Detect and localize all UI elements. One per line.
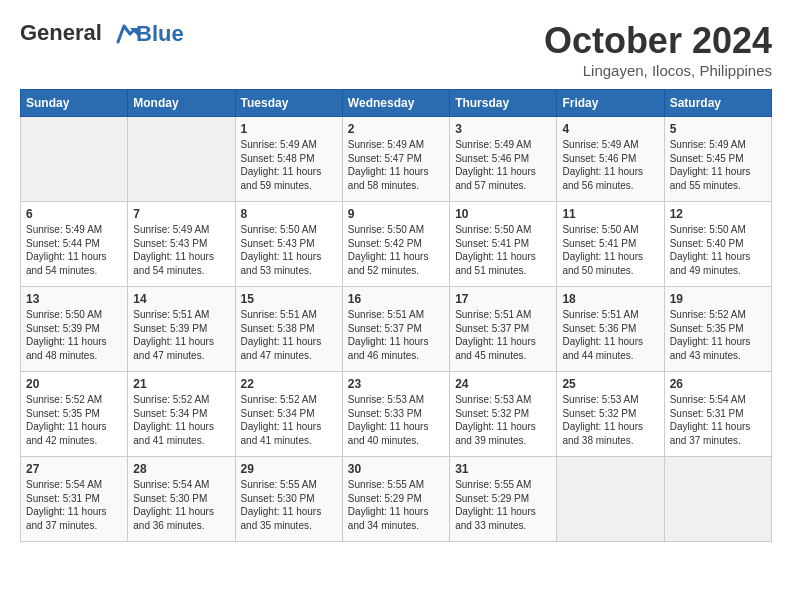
day-number: 1 (241, 122, 337, 136)
cell-content: Sunrise: 5:53 AMSunset: 5:33 PMDaylight:… (348, 393, 444, 447)
cell-content: Sunrise: 5:49 AMSunset: 5:46 PMDaylight:… (562, 138, 658, 192)
day-number: 23 (348, 377, 444, 391)
location-subtitle: Lingayen, Ilocos, Philippines (544, 62, 772, 79)
cell-content: Sunrise: 5:54 AMSunset: 5:30 PMDaylight:… (133, 478, 229, 532)
calendar-cell: 3Sunrise: 5:49 AMSunset: 5:46 PMDaylight… (450, 117, 557, 202)
calendar-cell: 7Sunrise: 5:49 AMSunset: 5:43 PMDaylight… (128, 202, 235, 287)
weekday-header: Monday (128, 90, 235, 117)
cell-content: Sunrise: 5:49 AMSunset: 5:45 PMDaylight:… (670, 138, 766, 192)
title-block: October 2024 Lingayen, Ilocos, Philippin… (544, 20, 772, 79)
cell-content: Sunrise: 5:50 AMSunset: 5:41 PMDaylight:… (562, 223, 658, 277)
month-year-title: October 2024 (544, 20, 772, 62)
cell-content: Sunrise: 5:51 AMSunset: 5:37 PMDaylight:… (455, 308, 551, 362)
page-header: General Blue October 2024 Lingayen, Iloc… (20, 20, 772, 79)
cell-content: Sunrise: 5:50 AMSunset: 5:43 PMDaylight:… (241, 223, 337, 277)
logo-blue: Blue (136, 22, 184, 46)
day-number: 30 (348, 462, 444, 476)
calendar-cell: 21Sunrise: 5:52 AMSunset: 5:34 PMDayligh… (128, 372, 235, 457)
day-number: 24 (455, 377, 551, 391)
day-number: 8 (241, 207, 337, 221)
calendar-cell: 27Sunrise: 5:54 AMSunset: 5:31 PMDayligh… (21, 457, 128, 542)
calendar-cell: 15Sunrise: 5:51 AMSunset: 5:38 PMDayligh… (235, 287, 342, 372)
calendar-cell: 8Sunrise: 5:50 AMSunset: 5:43 PMDaylight… (235, 202, 342, 287)
weekday-header: Wednesday (342, 90, 449, 117)
calendar-cell: 30Sunrise: 5:55 AMSunset: 5:29 PMDayligh… (342, 457, 449, 542)
day-number: 18 (562, 292, 658, 306)
calendar-cell: 2Sunrise: 5:49 AMSunset: 5:47 PMDaylight… (342, 117, 449, 202)
day-number: 14 (133, 292, 229, 306)
calendar-cell: 22Sunrise: 5:52 AMSunset: 5:34 PMDayligh… (235, 372, 342, 457)
cell-content: Sunrise: 5:51 AMSunset: 5:38 PMDaylight:… (241, 308, 337, 362)
calendar-cell: 24Sunrise: 5:53 AMSunset: 5:32 PMDayligh… (450, 372, 557, 457)
day-number: 31 (455, 462, 551, 476)
day-number: 19 (670, 292, 766, 306)
cell-content: Sunrise: 5:52 AMSunset: 5:35 PMDaylight:… (26, 393, 122, 447)
day-number: 11 (562, 207, 658, 221)
cell-content: Sunrise: 5:51 AMSunset: 5:39 PMDaylight:… (133, 308, 229, 362)
calendar-cell (128, 117, 235, 202)
weekday-header: Tuesday (235, 90, 342, 117)
calendar-header-row: SundayMondayTuesdayWednesdayThursdayFrid… (21, 90, 772, 117)
day-number: 27 (26, 462, 122, 476)
day-number: 16 (348, 292, 444, 306)
day-number: 6 (26, 207, 122, 221)
calendar-cell: 10Sunrise: 5:50 AMSunset: 5:41 PMDayligh… (450, 202, 557, 287)
day-number: 2 (348, 122, 444, 136)
cell-content: Sunrise: 5:52 AMSunset: 5:35 PMDaylight:… (670, 308, 766, 362)
day-number: 20 (26, 377, 122, 391)
day-number: 5 (670, 122, 766, 136)
day-number: 25 (562, 377, 658, 391)
weekday-header: Friday (557, 90, 664, 117)
day-number: 26 (670, 377, 766, 391)
cell-content: Sunrise: 5:49 AMSunset: 5:47 PMDaylight:… (348, 138, 444, 192)
calendar-week-row: 20Sunrise: 5:52 AMSunset: 5:35 PMDayligh… (21, 372, 772, 457)
cell-content: Sunrise: 5:52 AMSunset: 5:34 PMDaylight:… (133, 393, 229, 447)
calendar-cell: 23Sunrise: 5:53 AMSunset: 5:33 PMDayligh… (342, 372, 449, 457)
logo: General Blue (20, 20, 184, 48)
cell-content: Sunrise: 5:55 AMSunset: 5:30 PMDaylight:… (241, 478, 337, 532)
cell-content: Sunrise: 5:55 AMSunset: 5:29 PMDaylight:… (348, 478, 444, 532)
calendar-cell (664, 457, 771, 542)
cell-content: Sunrise: 5:53 AMSunset: 5:32 PMDaylight:… (455, 393, 551, 447)
calendar-week-row: 6Sunrise: 5:49 AMSunset: 5:44 PMDaylight… (21, 202, 772, 287)
calendar-cell: 16Sunrise: 5:51 AMSunset: 5:37 PMDayligh… (342, 287, 449, 372)
cell-content: Sunrise: 5:50 AMSunset: 5:40 PMDaylight:… (670, 223, 766, 277)
calendar-table: SundayMondayTuesdayWednesdayThursdayFrid… (20, 89, 772, 542)
calendar-cell: 17Sunrise: 5:51 AMSunset: 5:37 PMDayligh… (450, 287, 557, 372)
weekday-header: Sunday (21, 90, 128, 117)
calendar-cell: 18Sunrise: 5:51 AMSunset: 5:36 PMDayligh… (557, 287, 664, 372)
day-number: 21 (133, 377, 229, 391)
day-number: 3 (455, 122, 551, 136)
cell-content: Sunrise: 5:49 AMSunset: 5:46 PMDaylight:… (455, 138, 551, 192)
calendar-cell: 31Sunrise: 5:55 AMSunset: 5:29 PMDayligh… (450, 457, 557, 542)
calendar-week-row: 27Sunrise: 5:54 AMSunset: 5:31 PMDayligh… (21, 457, 772, 542)
calendar-cell (21, 117, 128, 202)
day-number: 9 (348, 207, 444, 221)
calendar-cell: 25Sunrise: 5:53 AMSunset: 5:32 PMDayligh… (557, 372, 664, 457)
calendar-week-row: 1Sunrise: 5:49 AMSunset: 5:48 PMDaylight… (21, 117, 772, 202)
cell-content: Sunrise: 5:53 AMSunset: 5:32 PMDaylight:… (562, 393, 658, 447)
cell-content: Sunrise: 5:49 AMSunset: 5:48 PMDaylight:… (241, 138, 337, 192)
calendar-cell: 12Sunrise: 5:50 AMSunset: 5:40 PMDayligh… (664, 202, 771, 287)
cell-content: Sunrise: 5:55 AMSunset: 5:29 PMDaylight:… (455, 478, 551, 532)
calendar-cell: 29Sunrise: 5:55 AMSunset: 5:30 PMDayligh… (235, 457, 342, 542)
calendar-cell: 20Sunrise: 5:52 AMSunset: 5:35 PMDayligh… (21, 372, 128, 457)
calendar-cell: 1Sunrise: 5:49 AMSunset: 5:48 PMDaylight… (235, 117, 342, 202)
cell-content: Sunrise: 5:49 AMSunset: 5:44 PMDaylight:… (26, 223, 122, 277)
logo-general: General (20, 20, 102, 45)
cell-content: Sunrise: 5:50 AMSunset: 5:41 PMDaylight:… (455, 223, 551, 277)
cell-content: Sunrise: 5:51 AMSunset: 5:36 PMDaylight:… (562, 308, 658, 362)
calendar-cell: 4Sunrise: 5:49 AMSunset: 5:46 PMDaylight… (557, 117, 664, 202)
calendar-cell: 11Sunrise: 5:50 AMSunset: 5:41 PMDayligh… (557, 202, 664, 287)
day-number: 22 (241, 377, 337, 391)
cell-content: Sunrise: 5:51 AMSunset: 5:37 PMDaylight:… (348, 308, 444, 362)
cell-content: Sunrise: 5:50 AMSunset: 5:39 PMDaylight:… (26, 308, 122, 362)
day-number: 10 (455, 207, 551, 221)
calendar-cell: 13Sunrise: 5:50 AMSunset: 5:39 PMDayligh… (21, 287, 128, 372)
cell-content: Sunrise: 5:50 AMSunset: 5:42 PMDaylight:… (348, 223, 444, 277)
cell-content: Sunrise: 5:54 AMSunset: 5:31 PMDaylight:… (26, 478, 122, 532)
day-number: 15 (241, 292, 337, 306)
calendar-cell: 14Sunrise: 5:51 AMSunset: 5:39 PMDayligh… (128, 287, 235, 372)
day-number: 7 (133, 207, 229, 221)
calendar-cell: 5Sunrise: 5:49 AMSunset: 5:45 PMDaylight… (664, 117, 771, 202)
